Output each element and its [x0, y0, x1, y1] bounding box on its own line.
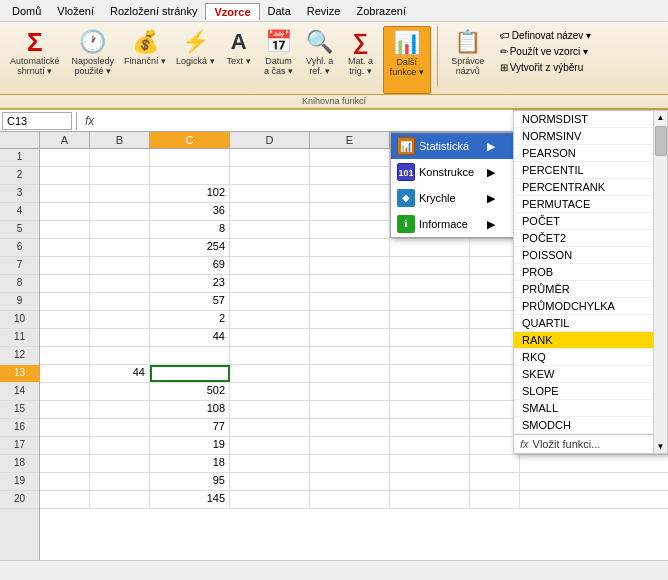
cell-F12[interactable]	[390, 347, 470, 364]
func-item-permutace[interactable]: PERMUTACE	[514, 196, 667, 213]
ribbon-btn-recently-used[interactable]: 🕐 Naposledypoužité ▾	[68, 26, 119, 94]
func-item-normsdist[interactable]: NORMSDIST	[514, 111, 667, 128]
func-item-skew[interactable]: SKEW	[514, 366, 667, 383]
func-item-prob[interactable]: PROB	[514, 264, 667, 281]
cell-F8[interactable]	[390, 275, 470, 292]
cell-C8[interactable]: 23	[150, 275, 230, 292]
cell-A19[interactable]	[40, 473, 90, 490]
cell-B7[interactable]	[90, 257, 150, 274]
cell-A13[interactable]	[40, 365, 90, 382]
menu-item-rozlozeni[interactable]: Rozložení stránky	[102, 3, 205, 19]
cell-A10[interactable]	[40, 311, 90, 328]
cell-B5[interactable]	[90, 221, 150, 238]
cell-A1[interactable]	[40, 149, 90, 166]
cell-D19[interactable]	[230, 473, 310, 490]
cell-B11[interactable]	[90, 329, 150, 346]
cell-D9[interactable]	[230, 293, 310, 310]
cell-F17[interactable]	[390, 437, 470, 454]
ribbon-btn-auto-sum[interactable]: Σ Automatickéshrnutí ▾	[4, 26, 66, 94]
cell-E11[interactable]	[310, 329, 390, 346]
row-num-10[interactable]: 10	[0, 311, 39, 329]
row-num-5[interactable]: 5	[0, 221, 39, 239]
cell-B2[interactable]	[90, 167, 150, 184]
row-num-9[interactable]: 9	[0, 293, 39, 311]
cell-A6[interactable]	[40, 239, 90, 256]
cell-F13[interactable]	[390, 365, 470, 382]
cell-A9[interactable]	[40, 293, 90, 310]
scroll-down-arrow[interactable]: ▼	[655, 440, 667, 453]
cell-A11[interactable]	[40, 329, 90, 346]
cell-A5[interactable]	[40, 221, 90, 238]
cell-D2[interactable]	[230, 167, 310, 184]
cell-F20[interactable]	[390, 491, 470, 508]
func-item-rank[interactable]: RANK	[514, 332, 667, 349]
cell-B13[interactable]: 44	[90, 365, 150, 382]
row-num-2[interactable]: 2	[0, 167, 39, 185]
row-num-19[interactable]: 19	[0, 473, 39, 491]
cell-B8[interactable]	[90, 275, 150, 292]
cell-D18[interactable]	[230, 455, 310, 472]
row-num-20[interactable]: 20	[0, 491, 39, 509]
menu-item-domu[interactable]: Domů	[4, 3, 49, 19]
scroll-thumb[interactable]	[655, 126, 667, 156]
cell-B9[interactable]	[90, 293, 150, 310]
row-num-1[interactable]: 1	[0, 149, 39, 167]
func-footer[interactable]: fx Vložit funkci...	[514, 434, 667, 453]
cell-F16[interactable]	[390, 419, 470, 436]
func-item-slope[interactable]: SLOPE	[514, 383, 667, 400]
cell-E9[interactable]	[310, 293, 390, 310]
row-num-6[interactable]: 6	[0, 239, 39, 257]
cell-E20[interactable]	[310, 491, 390, 508]
cell-D20[interactable]	[230, 491, 310, 508]
cell-F6[interactable]	[390, 239, 470, 256]
cell-C20[interactable]: 145	[150, 491, 230, 508]
cell-D4[interactable]	[230, 203, 310, 220]
cell-C15[interactable]: 108	[150, 401, 230, 418]
menu-item-zobrazeni[interactable]: Zobrazení	[348, 3, 414, 19]
func-item-smodch[interactable]: SMODCH	[514, 417, 667, 434]
cell-E12[interactable]	[310, 347, 390, 364]
cell-F15[interactable]	[390, 401, 470, 418]
cell-D14[interactable]	[230, 383, 310, 400]
ribbon-btn-more-functions[interactable]: 📊 Dalšífunkce ▾	[383, 26, 431, 94]
cell-G19[interactable]	[470, 473, 520, 490]
ribbon-btn-lookup[interactable]: 🔍 Vyhl. aref. ▾	[301, 26, 339, 94]
ribbon-btn-use-in-formula[interactable]: ✏Použít ve vzorci ▾	[496, 44, 596, 59]
cell-C13[interactable]	[150, 365, 230, 382]
cell-A20[interactable]	[40, 491, 90, 508]
row-num-3[interactable]: 3	[0, 185, 39, 203]
cell-E14[interactable]	[310, 383, 390, 400]
row-num-12[interactable]: 12	[0, 347, 39, 365]
col-header-D[interactable]: D	[230, 132, 310, 148]
cell-C9[interactable]: 57	[150, 293, 230, 310]
cell-B17[interactable]	[90, 437, 150, 454]
cell-A8[interactable]	[40, 275, 90, 292]
cell-E18[interactable]	[310, 455, 390, 472]
cell-E8[interactable]	[310, 275, 390, 292]
row-num-16[interactable]: 16	[0, 419, 39, 437]
cell-F14[interactable]	[390, 383, 470, 400]
cell-C19[interactable]: 95	[150, 473, 230, 490]
cell-A17[interactable]	[40, 437, 90, 454]
menu-item-data[interactable]: Data	[260, 3, 299, 19]
cell-D11[interactable]	[230, 329, 310, 346]
cell-D10[interactable]	[230, 311, 310, 328]
row-num-4[interactable]: 4	[0, 203, 39, 221]
cell-A7[interactable]	[40, 257, 90, 274]
cell-E1[interactable]	[310, 149, 390, 166]
cell-E13[interactable]	[310, 365, 390, 382]
func-item-pearson[interactable]: PEARSON	[514, 145, 667, 162]
cell-B19[interactable]	[90, 473, 150, 490]
cell-C6[interactable]: 254	[150, 239, 230, 256]
cell-E5[interactable]	[310, 221, 390, 238]
row-num-18[interactable]: 18	[0, 455, 39, 473]
cell-E15[interactable]	[310, 401, 390, 418]
dropdown-item-informace[interactable]: ℹ Informace ▶	[391, 211, 519, 237]
func-item-percentil[interactable]: PERCENTIL	[514, 162, 667, 179]
cell-C1[interactable]	[150, 149, 230, 166]
func-item-pocet2[interactable]: POČET2	[514, 230, 667, 247]
cell-A14[interactable]	[40, 383, 90, 400]
cell-A3[interactable]	[40, 185, 90, 202]
cell-B10[interactable]	[90, 311, 150, 328]
cell-B20[interactable]	[90, 491, 150, 508]
